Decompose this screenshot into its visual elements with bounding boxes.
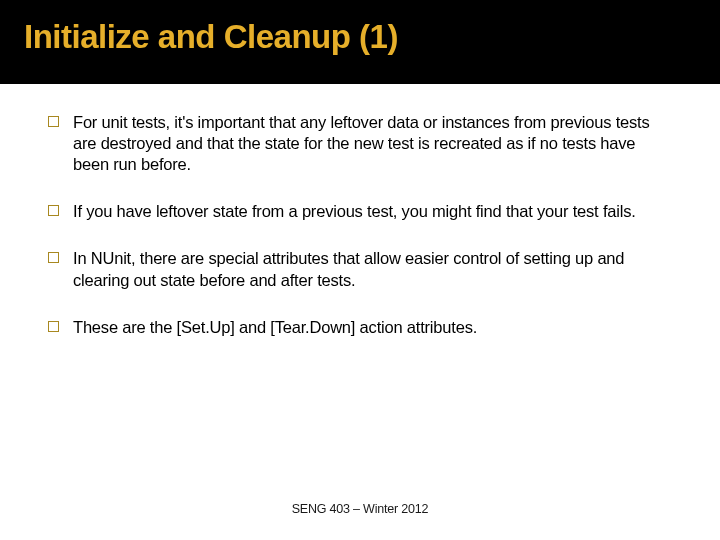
list-item: For unit tests, it's important that any …: [48, 112, 672, 175]
list-item: In NUnit, there are special attributes t…: [48, 248, 672, 290]
bullet-text: These are the [Set.Up] and [Tear.Down] a…: [73, 317, 672, 338]
slide-content: For unit tests, it's important that any …: [0, 84, 720, 338]
bullet-text: In NUnit, there are special attributes t…: [73, 248, 672, 290]
slide-footer: SENG 403 – Winter 2012: [0, 502, 720, 516]
slide-title: Initialize and Cleanup (1): [24, 18, 696, 56]
bullet-text: If you have leftover state from a previo…: [73, 201, 672, 222]
square-bullet-icon: [48, 116, 59, 127]
square-bullet-icon: [48, 321, 59, 332]
bullet-text: For unit tests, it's important that any …: [73, 112, 672, 175]
square-bullet-icon: [48, 205, 59, 216]
list-item: If you have leftover state from a previo…: [48, 201, 672, 222]
list-item: These are the [Set.Up] and [Tear.Down] a…: [48, 317, 672, 338]
square-bullet-icon: [48, 252, 59, 263]
title-bar: Initialize and Cleanup (1): [0, 0, 720, 84]
